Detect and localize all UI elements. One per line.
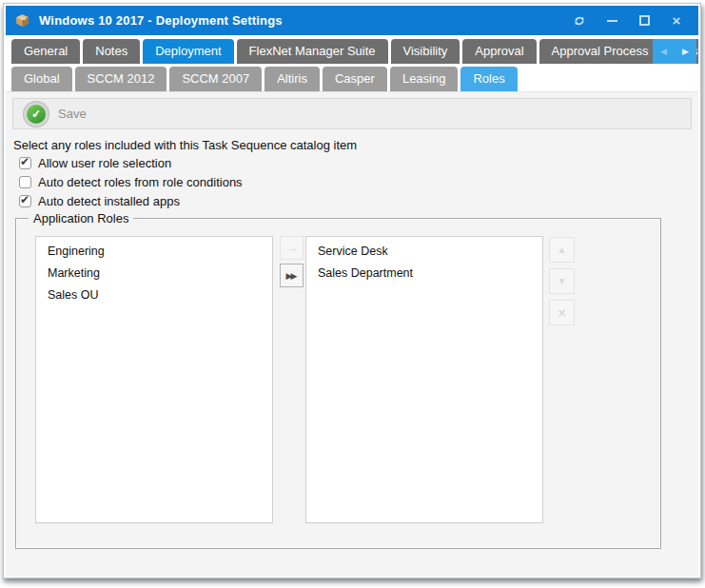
checkbox-row-auto-detect-roles[interactable]: Auto detect roles from role conditions xyxy=(19,174,698,190)
maximize-button[interactable] xyxy=(628,9,660,33)
tab-general[interactable]: General xyxy=(11,39,80,64)
delete-button[interactable]: × xyxy=(549,300,575,325)
instruction-text: Select any roles included with this Task… xyxy=(13,138,698,152)
list-item[interactable]: Marketing xyxy=(36,262,272,284)
maximize-icon xyxy=(639,15,650,26)
application-roles-groupbox: Application Roles Enginering Marketing S… xyxy=(15,218,661,549)
list-item[interactable]: Sales OU xyxy=(36,284,272,305)
deployment-settings-window: Windows 10 2017 - Deployment Settings × … xyxy=(3,3,701,578)
package-icon xyxy=(14,12,30,29)
titlebar: Windows 10 2017 - Deployment Settings × xyxy=(6,6,698,35)
available-roles-listbox[interactable]: Enginering Marketing Sales OU xyxy=(35,236,273,523)
toolbar: ✔ Save xyxy=(12,98,692,129)
roles-tab-content: ✔ Save Select any roles included with th… xyxy=(6,91,698,577)
list-item[interactable]: Sales Department xyxy=(306,262,542,284)
tab-sccm-2012[interactable]: SCCM 2012 xyxy=(75,67,167,91)
save-button-label: Save xyxy=(58,107,87,121)
move-down-button[interactable]: ▼ xyxy=(549,268,575,294)
window-title: Windows 10 2017 - Deployment Settings xyxy=(39,13,283,28)
checkbox-label: Auto detect installed apps xyxy=(38,194,180,208)
tab-deployment[interactable]: Deployment xyxy=(143,39,233,64)
tab-scroll-control: ◀ ▶ xyxy=(653,39,696,64)
tab-approval-process[interactable]: Approval Process xyxy=(539,39,661,64)
tab-leasing[interactable]: Leasing xyxy=(390,67,459,91)
secondary-tab-bar: Global SCCM 2012 SCCM 2007 Altiris Caspe… xyxy=(6,64,698,91)
refresh-icon xyxy=(573,14,586,28)
tab-visibility[interactable]: Visibility xyxy=(391,39,460,64)
tab-casper[interactable]: Casper xyxy=(323,67,387,91)
move-all-right-button[interactable]: ▶▶ xyxy=(280,264,304,287)
tab-flexnet-manager-suite[interactable]: FlexNet Manager Suite xyxy=(237,39,388,64)
list-item[interactable]: Service Desk xyxy=(306,240,542,262)
groupbox-title: Application Roles xyxy=(29,211,133,225)
tab-altiris[interactable]: Altiris xyxy=(264,67,320,91)
refresh-button[interactable] xyxy=(563,9,596,33)
tab-notes[interactable]: Notes xyxy=(83,39,140,64)
close-icon: × xyxy=(673,13,681,28)
delete-icon: × xyxy=(558,305,565,321)
minimize-button[interactable] xyxy=(596,9,628,33)
tab-sccm-2007[interactable]: SCCM 2007 xyxy=(169,67,262,91)
arrow-up-icon: ▲ xyxy=(558,245,567,255)
checkbox-label: Allow user role selection xyxy=(38,156,171,170)
checkbox-row-allow-user-role-selection[interactable]: Allow user role selection xyxy=(19,155,698,171)
primary-tab-bar: General Notes Deployment FlexNet Manager… xyxy=(6,35,698,64)
checkbox[interactable] xyxy=(19,195,31,207)
tab-roles[interactable]: Roles xyxy=(460,67,517,91)
tab-global[interactable]: Global xyxy=(11,67,72,91)
screen: Windows 10 2017 - Deployment Settings × … xyxy=(0,0,705,588)
tab-scroll-left-icon[interactable]: ◀ xyxy=(660,48,667,56)
close-button[interactable]: × xyxy=(660,9,693,33)
selected-roles-listbox[interactable]: Service Desk Sales Department xyxy=(305,236,543,523)
move-up-button[interactable]: ▲ xyxy=(549,237,575,263)
checkbox[interactable] xyxy=(19,157,31,169)
minimize-icon xyxy=(607,20,617,22)
arrow-down-icon: ▼ xyxy=(558,276,567,286)
save-check-icon: ✔ xyxy=(27,105,46,124)
checkbox-row-auto-detect-installed-apps[interactable]: Auto detect installed apps xyxy=(19,193,698,209)
checkbox-label: Auto detect roles from role conditions xyxy=(38,175,243,189)
tab-approval[interactable]: Approval xyxy=(462,39,536,64)
arrow-right-icon: → xyxy=(285,241,298,255)
list-item[interactable]: Enginering xyxy=(36,240,272,262)
tab-scroll-right-icon[interactable]: ▶ xyxy=(682,48,689,56)
save-button[interactable]: ✔ Save xyxy=(23,105,87,124)
checkbox[interactable] xyxy=(19,176,31,188)
double-arrow-right-icon: ▶▶ xyxy=(286,271,298,281)
move-right-button[interactable]: → xyxy=(280,236,304,260)
